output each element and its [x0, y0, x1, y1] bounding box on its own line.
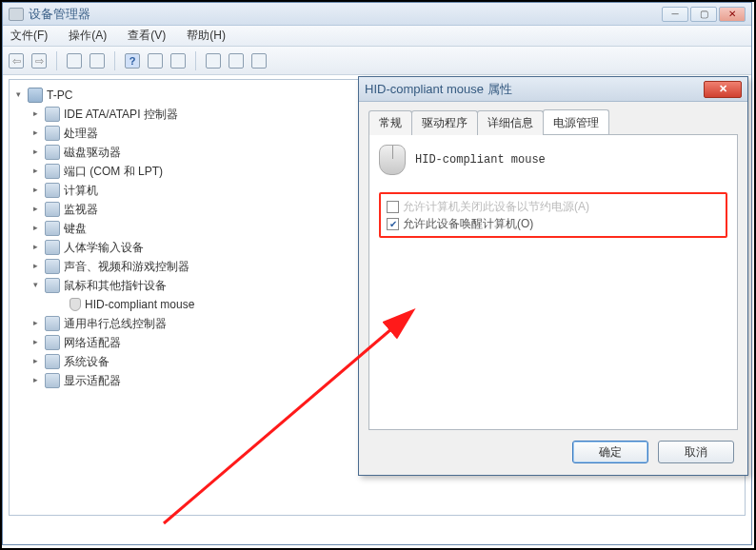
tree-spacer [55, 300, 66, 310]
option-allow-wake-label: 允许此设备唤醒计算机(O) [403, 216, 533, 232]
dialog-close-button[interactable]: ✕ [704, 81, 742, 98]
device-category-icon [45, 354, 60, 369]
dialog-titlebar: HID-compliant mouse 属性 ✕ [359, 77, 747, 102]
device-category-icon [45, 373, 60, 388]
maximize-button[interactable]: ▢ [690, 7, 717, 22]
expand-icon[interactable] [30, 147, 41, 158]
tree-node-label: 通用串行总线控制器 [64, 316, 167, 332]
app-icon [9, 8, 24, 21]
tree-node-label: 处理器 [64, 126, 98, 142]
device-category-icon [45, 164, 60, 179]
device-category-icon [45, 107, 60, 122]
main-titlebar: 设备管理器 ─ ▢ ✕ [3, 3, 751, 26]
toolbar-separator [56, 51, 57, 70]
toolbar-icon[interactable] [229, 53, 244, 69]
main-title: 设备管理器 [29, 6, 90, 23]
expand-icon[interactable] [30, 376, 41, 386]
tree-node-label: 鼠标和其他指针设备 [64, 278, 167, 294]
expand-icon[interactable] [30, 243, 41, 253]
checkbox-icon[interactable] [387, 201, 399, 213]
menu-file[interactable]: 文件(F) [7, 26, 51, 46]
toolbar-icon[interactable] [148, 53, 163, 69]
properties-dialog: HID-compliant mouse 属性 ✕ 常规 驱动程序 详细信息 电源… [358, 76, 748, 476]
expand-icon[interactable] [30, 128, 41, 139]
device-category-icon [45, 221, 60, 236]
menu-help[interactable]: 帮助(H) [183, 26, 229, 46]
expand-icon[interactable] [30, 338, 41, 348]
device-category-icon [45, 335, 60, 350]
tree-node-label: 端口 (COM 和 LPT) [64, 164, 163, 180]
option-allow-power-off[interactable]: 允许计算机关闭此设备以节约电源(A) [387, 198, 720, 215]
expand-icon[interactable] [13, 90, 24, 101]
tree-node-label: 计算机 [64, 183, 98, 199]
expand-icon[interactable] [30, 109, 41, 120]
tree-node-label: 键盘 [64, 221, 87, 237]
device-category-icon [45, 126, 60, 141]
device-category-icon [45, 316, 60, 331]
device-name: HID-compliant mouse [415, 153, 546, 167]
tab-details[interactable]: 详细信息 [477, 110, 544, 135]
tree-leaf-label: HID-compliant mouse [85, 298, 194, 311]
tree-node-label: 系统设备 [64, 354, 109, 370]
device-category-icon [45, 278, 60, 293]
expand-icon[interactable] [30, 319, 41, 329]
tree-node-label: 网络适配器 [64, 335, 121, 351]
back-icon[interactable] [9, 53, 24, 69]
tab-driver[interactable]: 驱动程序 [411, 110, 478, 135]
toolbar-separator [195, 51, 196, 70]
checkbox-checked-icon[interactable] [387, 218, 399, 230]
ok-button[interactable]: 确定 [572, 441, 648, 463]
menu-action[interactable]: 操作(A) [65, 26, 110, 46]
device-category-icon [45, 145, 60, 160]
tree-node-label: 显示适配器 [64, 373, 121, 389]
device-category-icon [45, 202, 60, 217]
toolbar-icon[interactable] [67, 53, 82, 69]
close-button[interactable]: ✕ [719, 7, 746, 22]
tree-node-label: 声音、视频和游戏控制器 [64, 259, 189, 275]
tabstrip: 常规 驱动程序 详细信息 电源管理 [368, 109, 738, 135]
computer-icon [28, 88, 43, 103]
tree-node-label: 磁盘驱动器 [64, 145, 121, 161]
tab-panel-power: HID-compliant mouse 允许计算机关闭此设备以节约电源(A) 允… [368, 135, 738, 430]
toolbar-icon[interactable] [251, 53, 267, 69]
tree-root-label: T-PC [47, 88, 72, 102]
help-icon[interactable] [125, 53, 140, 69]
minimize-button[interactable]: ─ [662, 7, 688, 22]
toolbar-icon[interactable] [206, 53, 221, 69]
toolbar-separator [114, 51, 115, 70]
forward-icon[interactable] [31, 53, 47, 69]
tree-node-label: 监视器 [64, 202, 98, 218]
cancel-button[interactable]: 取消 [658, 441, 734, 463]
dialog-title: HID-compliant mouse 属性 [365, 81, 512, 98]
expand-icon[interactable] [30, 224, 41, 234]
toolbar [3, 47, 751, 75]
toolbar-icon[interactable] [90, 53, 105, 69]
option-allow-wake[interactable]: 允许此设备唤醒计算机(O) [387, 215, 720, 232]
tab-general[interactable]: 常规 [368, 110, 412, 135]
mouse-icon [70, 298, 81, 311]
tab-power[interactable]: 电源管理 [543, 109, 609, 134]
toolbar-icon[interactable] [170, 53, 186, 69]
expand-icon[interactable] [30, 262, 41, 272]
mouse-icon [379, 145, 406, 175]
expand-icon[interactable] [30, 357, 41, 367]
tree-node-label: IDE ATA/ATAPI 控制器 [64, 107, 178, 123]
device-category-icon [45, 240, 60, 255]
menu-view[interactable]: 查看(V) [124, 26, 169, 46]
expand-icon[interactable] [30, 167, 41, 177]
expand-icon[interactable] [30, 205, 41, 215]
tree-node-label: 人体学输入设备 [64, 240, 144, 256]
collapse-icon[interactable] [30, 281, 41, 291]
menubar: 文件(F) 操作(A) 查看(V) 帮助(H) [3, 26, 751, 47]
device-category-icon [45, 259, 60, 274]
expand-icon[interactable] [30, 186, 41, 196]
device-category-icon [45, 183, 60, 198]
option-allow-power-off-label: 允许计算机关闭此设备以节约电源(A) [403, 199, 589, 215]
annotation-highlight: 允许计算机关闭此设备以节约电源(A) 允许此设备唤醒计算机(O) [379, 192, 727, 238]
